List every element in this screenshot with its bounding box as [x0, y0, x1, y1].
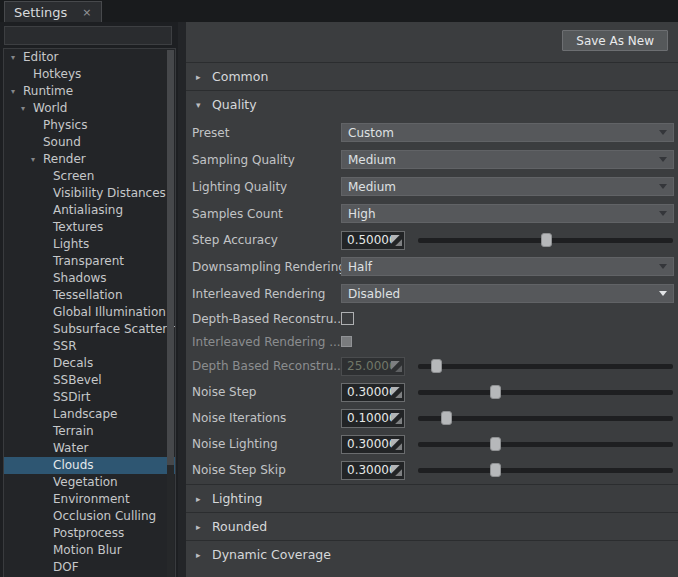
drag-spinner-icon[interactable]: [391, 413, 402, 424]
field-row-step-accuracy: Step Accuracy0.50000: [186, 227, 678, 253]
slider-noise-iterations[interactable]: [418, 410, 673, 426]
field-row-noise-lighting: Noise Lighting0.30000: [186, 431, 678, 457]
tree-item-environment[interactable]: Environment: [4, 491, 176, 508]
tree-item-sound[interactable]: Sound: [4, 134, 176, 151]
search-input[interactable]: [4, 26, 172, 45]
tree-item-vegetation[interactable]: Vegetation: [4, 474, 176, 491]
tree-item-ssbevel[interactable]: SSBevel: [4, 372, 176, 389]
field-label: Depth-Based Reconstru...: [192, 312, 341, 326]
checkbox-depth-based-reconstru[interactable]: [341, 312, 354, 325]
number-input-noise-lighting[interactable]: 0.30000: [341, 435, 405, 454]
section-header-quality[interactable]: ▾Quality: [186, 91, 678, 118]
tree-item-subsurface-scattering[interactable]: Subsurface Scattering: [4, 321, 176, 338]
tree-item-ssr[interactable]: SSR: [4, 338, 176, 355]
section-title: Rounded: [212, 519, 267, 534]
slider-step-accuracy[interactable]: [418, 232, 673, 248]
tree-item-antialiasing[interactable]: Antialiasing: [4, 202, 176, 219]
slider-noise-step-skip[interactable]: [418, 462, 673, 478]
drag-spinner-icon[interactable]: [391, 465, 402, 476]
tree-item-world[interactable]: ▾World: [4, 100, 176, 117]
panel-toolbar: Save As New: [186, 22, 678, 62]
drag-spinner-icon[interactable]: [391, 235, 402, 246]
tree-item-visibility-distances[interactable]: Visibility Distances: [4, 185, 176, 202]
number-input-noise-iterations[interactable]: 0.10000: [341, 409, 405, 428]
tree-item-ssdirt[interactable]: SSDirt: [4, 389, 176, 406]
slider-noise-step[interactable]: [418, 384, 673, 400]
section-header-lighting[interactable]: ▸Lighting: [186, 485, 678, 512]
tree-item-runtime[interactable]: ▾Runtime: [4, 83, 175, 100]
tree-item-label: Antialiasing: [53, 202, 123, 219]
tree-item-render[interactable]: ▾Render: [4, 151, 176, 168]
drag-spinner-icon[interactable]: [391, 361, 402, 372]
chevron-right-icon[interactable]: ▸: [196, 522, 212, 532]
tree-item-label: Transparent: [53, 253, 124, 270]
section-header-common[interactable]: ▸Common: [186, 63, 678, 90]
dropdown-interleaved-rendering[interactable]: Disabled: [341, 284, 674, 303]
dropdown-lighting-quality[interactable]: Medium: [341, 177, 674, 196]
expand-arrow-icon[interactable]: ▾: [31, 151, 43, 168]
slider-track: [418, 442, 673, 447]
slider-noise-lighting[interactable]: [418, 436, 673, 452]
tree-scrollbar[interactable]: [167, 50, 174, 577]
tree-item-water[interactable]: Water: [4, 440, 176, 457]
tree-item-physics[interactable]: Physics: [4, 117, 176, 134]
section-header-rounded[interactable]: ▸Rounded: [186, 513, 678, 540]
slider-handle[interactable]: [441, 411, 452, 425]
slider-handle[interactable]: [490, 463, 501, 477]
section-header-dynamic-coverage[interactable]: ▸Dynamic Coverage: [186, 541, 678, 568]
slider-track: [418, 468, 673, 473]
sections-container: ▸Common▾QualityPresetCustomSampling Qual…: [186, 62, 678, 568]
tree-item-label: Global Illumination: [53, 304, 166, 321]
dropdown-sampling-quality[interactable]: Medium: [341, 150, 674, 169]
section-title: Common: [212, 69, 268, 84]
field-row-noise-step: Noise Step0.30000: [186, 379, 678, 405]
tab-settings[interactable]: Settings ×: [4, 1, 102, 23]
dropdown-preset[interactable]: Custom: [341, 123, 674, 142]
tree-item-landscape[interactable]: Landscape: [4, 406, 176, 423]
slider-handle[interactable]: [490, 385, 501, 399]
slider-handle[interactable]: [490, 437, 501, 451]
number-input-noise-step[interactable]: 0.30000: [341, 383, 405, 402]
tree-item-textures[interactable]: Textures: [4, 219, 176, 236]
drag-spinner-icon[interactable]: [391, 387, 402, 398]
number-input-noise-step-skip[interactable]: 0.30000: [341, 461, 405, 480]
tree-item-hotkeys[interactable]: Hotkeys: [4, 66, 176, 83]
dropdown-downsampling-rendering[interactable]: Half: [341, 257, 674, 276]
chevron-down-icon[interactable]: ▾: [196, 100, 212, 110]
expand-arrow-icon[interactable]: ▾: [11, 49, 23, 66]
drag-spinner-icon[interactable]: [391, 439, 402, 450]
chevron-right-icon[interactable]: ▸: [196, 72, 212, 82]
field-row-samples-count: Samples CountHigh: [186, 200, 678, 227]
tree-scrollbar-thumb[interactable]: [167, 50, 174, 465]
tree-item-screen[interactable]: Screen: [4, 168, 176, 185]
number-input-step-accuracy[interactable]: 0.50000: [341, 231, 405, 250]
tree-item-terrain[interactable]: Terrain: [4, 423, 176, 440]
expand-arrow-icon[interactable]: ▾: [21, 100, 33, 117]
field-label: Interleaved Rendering: [192, 287, 341, 301]
close-icon[interactable]: ×: [82, 7, 91, 18]
chevron-right-icon[interactable]: ▸: [196, 550, 212, 560]
chevron-right-icon[interactable]: ▸: [196, 494, 212, 504]
tree-item-global-illumination[interactable]: Global Illumination: [4, 304, 176, 321]
number-value: 0.50000: [342, 233, 391, 247]
tree-item-motion-blur[interactable]: Motion Blur: [4, 542, 176, 559]
tree-item-editor[interactable]: ▾Editor: [4, 49, 175, 66]
expand-arrow-icon[interactable]: ▾: [11, 83, 23, 100]
chevron-down-icon: [659, 211, 667, 216]
tree-item-clouds[interactable]: Clouds: [4, 457, 176, 474]
save-as-new-button[interactable]: Save As New: [562, 30, 668, 51]
chevron-down-icon: [659, 291, 667, 296]
slider-handle[interactable]: [541, 233, 552, 247]
tree-item-lights[interactable]: Lights: [4, 236, 176, 253]
tree-item-transparent[interactable]: Transparent: [4, 253, 176, 270]
field-label: Step Accuracy: [192, 233, 341, 247]
field-row-depth-based-reconstru: Depth-Based Reconstru...: [186, 307, 678, 330]
tree-item-occlusion-culling[interactable]: Occlusion Culling: [4, 508, 176, 525]
tree-item-decals[interactable]: Decals: [4, 355, 176, 372]
tree-item-shadows[interactable]: Shadows: [4, 270, 176, 287]
tree-item-postprocess[interactable]: Postprocess: [4, 525, 176, 542]
tree-item-tessellation[interactable]: Tessellation: [4, 287, 176, 304]
tree-item-label: Screen: [53, 168, 94, 185]
dropdown-samples-count[interactable]: High: [341, 204, 674, 223]
tree-item-dof[interactable]: DOF: [4, 559, 176, 576]
